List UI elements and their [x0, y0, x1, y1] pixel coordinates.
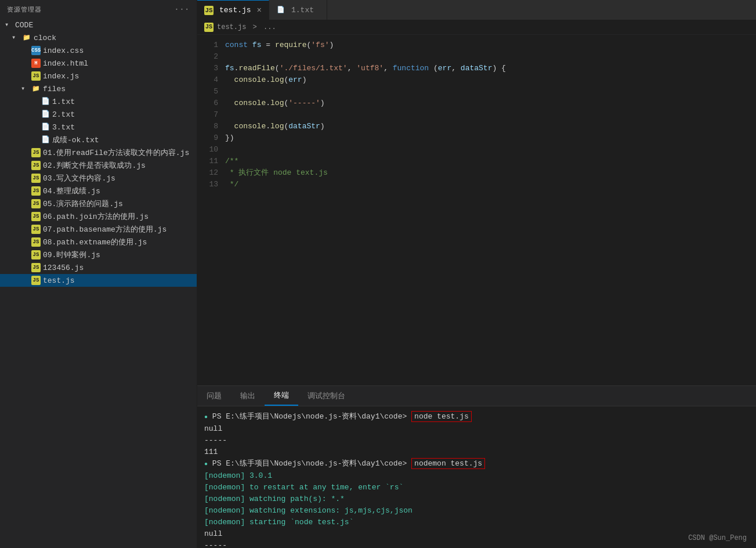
- sidebar-item-04[interactable]: JS 04.整理成绩.js: [0, 185, 197, 197]
- terminal-path-2: PS E:\练手项目\Nodejs\node.js-资料\day1\code>: [212, 459, 411, 468]
- sidebar-item-files[interactable]: 📁 files: [0, 82, 197, 95]
- footer-credit: CSDN @Sun_Peng: [688, 534, 747, 542]
- tab-terminal[interactable]: 终端: [265, 386, 298, 406]
- close-tab-button[interactable]: ×: [257, 6, 262, 15]
- code-content[interactable]: const fs = require('fs') fs.readFile('./…: [225, 39, 756, 381]
- terminal-out-111-1: 111: [204, 446, 749, 458]
- html-icon: H: [31, 59, 41, 68]
- js-icon: JS: [31, 71, 41, 81]
- line-numbers: 1 2 3 4 5 6 7 8 9 10 11 12 13: [197, 39, 225, 381]
- js-icon: JS: [31, 161, 41, 170]
- code-line-8: console.log(dataStr): [225, 121, 744, 132]
- chevron-down-icon: [12, 33, 21, 42]
- tab-test-js[interactable]: JS test.js ×: [197, 0, 269, 20]
- sidebar-item-06[interactable]: JS 06.path.join方法的使用.js: [0, 210, 197, 223]
- tab-1txt[interactable]: 📄 1.txt: [269, 0, 327, 20]
- file01-label: 01.使用readFile方法读取文件的内容.js: [43, 147, 189, 158]
- test-js-label: test.js: [43, 276, 75, 285]
- sidebar-item-clock[interactable]: 📁 clock: [0, 31, 197, 44]
- tab-output[interactable]: 输出: [231, 386, 265, 406]
- code-line-7: [225, 109, 744, 121]
- tab-debug-console[interactable]: 调试控制台: [298, 386, 355, 406]
- breadcrumb: JS test.js > ...: [197, 20, 756, 35]
- sidebar-item-3txt[interactable]: 📄 3.txt: [0, 121, 197, 134]
- file06-label: 06.path.join方法的使用.js: [43, 211, 149, 222]
- 3txt-label: 3.txt: [52, 123, 75, 132]
- js-icon: JS: [31, 199, 41, 208]
- css-icon: CSS: [31, 46, 41, 55]
- clock-folder-label: clock: [34, 34, 56, 42]
- sidebar-section-label: CODE: [15, 21, 33, 30]
- txt-tab-icon: 📄: [276, 5, 285, 15]
- code-line-6: console.log('-----'): [225, 98, 744, 109]
- code-line-2: [225, 51, 744, 63]
- terminal-content[interactable]: ● PS E:\练手项目\Nodejs\node.js-资料\day1\code…: [197, 406, 756, 548]
- txt-icon: 📄: [41, 97, 50, 106]
- folder-icon: 📁: [31, 84, 41, 93]
- file02-label: 02.判断文件是否读取成功.js: [43, 160, 146, 171]
- code-line-9: }): [225, 132, 744, 144]
- cjtxt-label: 成绩-ok.txt: [52, 135, 99, 145]
- js-icon: JS: [31, 174, 41, 183]
- sidebar-item-code-section[interactable]: CODE: [0, 19, 197, 31]
- terminal-nodemon-restart: [nodemon] to restart at any time, enter …: [204, 482, 749, 493]
- file04-label: 04.整理成绩.js: [43, 186, 100, 196]
- code-line-10: [225, 144, 744, 156]
- code-line-5: [225, 86, 744, 98]
- sidebar-item-2txt[interactable]: 📄 2.txt: [0, 108, 197, 121]
- terminal-path-1: PS E:\练手项目\Nodejs\node.js-资料\day1\code>: [212, 412, 411, 421]
- sidebar-item-03[interactable]: JS 03.写入文件内容.js: [0, 172, 197, 185]
- panel: 问题 输出 终端 调试控制台 ● PS E:\练手项目\Nodejs\node.…: [197, 385, 756, 548]
- sidebar-item-1txt[interactable]: 📄 1.txt: [0, 95, 197, 108]
- line-num-4: 4: [204, 74, 218, 86]
- sidebar-item-02[interactable]: JS 02.判断文件是否读取成功.js: [0, 159, 197, 172]
- line-num-8: 8: [204, 121, 218, 132]
- tab-1txt-label: 1.txt: [291, 6, 314, 15]
- line-num-10: 10: [204, 144, 218, 156]
- sidebar-dots[interactable]: ···: [174, 5, 190, 14]
- terminal-nodemon-watch-path: [nodemon] watching path(s): *.*: [204, 493, 749, 505]
- terminal-cmd-1: node test.js: [411, 411, 472, 422]
- line-num-11: 11: [204, 156, 218, 167]
- line-num-13: 13: [204, 179, 218, 190]
- terminal-nodemon-watch-ext: [nodemon] watching extensions: js,mjs,cj…: [204, 505, 749, 517]
- breadcrumb-dots: ...: [263, 23, 276, 31]
- file05-label: 05.演示路径的问题.js: [43, 199, 123, 209]
- js-icon: JS: [31, 212, 41, 221]
- js-icon: JS: [31, 148, 41, 157]
- line-num-3: 3: [204, 63, 218, 74]
- tab-problems[interactable]: 问题: [197, 386, 231, 406]
- line-num-12: 12: [204, 167, 218, 179]
- sidebar-item-index-js[interactable]: JS index.js: [0, 70, 197, 82]
- file08-label: 08.path.extname的使用.js: [43, 237, 147, 247]
- chevron-down-icon: [5, 20, 14, 30]
- sidebar-item-index-html[interactable]: H index.html: [0, 57, 197, 70]
- sidebar-item-09[interactable]: JS 09.时钟案例.js: [0, 248, 197, 261]
- terminal-nodemon-starting: [nodemon] starting `node test.js`: [204, 517, 749, 528]
- index-js-label: index.js: [43, 72, 79, 81]
- txt-icon: 📄: [41, 135, 50, 145]
- sidebar-item-index-css[interactable]: CSS index.css: [0, 44, 197, 57]
- sidebar-item-01[interactable]: JS 01.使用readFile方法读取文件的内容.js: [0, 146, 197, 159]
- js-icon: JS: [31, 186, 41, 196]
- file10-label: 123456.js: [43, 264, 84, 272]
- sidebar-item-08[interactable]: JS 08.path.extname的使用.js: [0, 236, 197, 248]
- sidebar-item-05[interactable]: JS 05.演示路径的问题.js: [0, 197, 197, 210]
- line-num-5: 5: [204, 86, 218, 98]
- js-icon: JS: [31, 263, 41, 272]
- index-css-label: index.css: [43, 46, 84, 55]
- txt-icon: 📄: [41, 122, 50, 132]
- chevron-down-icon: [21, 84, 30, 93]
- sidebar-item-123456[interactable]: JS 123456.js: [0, 261, 197, 274]
- sidebar-item-test-js[interactable]: JS test.js: [0, 274, 197, 287]
- terminal-bullet-2: ●: [204, 461, 208, 467]
- code-editor[interactable]: 1 2 3 4 5 6 7 8 9 10 11 12 13 const fs =…: [197, 35, 756, 385]
- tab-test-js-label: test.js: [219, 6, 251, 15]
- sidebar-item-cjtxt[interactable]: 📄 成绩-ok.txt: [0, 134, 197, 146]
- sidebar-item-07[interactable]: JS 07.path.basename方法的使用.js: [0, 223, 197, 236]
- js-icon: JS: [31, 225, 41, 234]
- breadcrumb-sep: >: [248, 23, 261, 31]
- sidebar: 资源管理器 ··· CODE 📁 clock CSS index.css H i…: [0, 0, 197, 548]
- js-icon: JS: [31, 237, 41, 247]
- code-line-4: console.log(err): [225, 74, 744, 86]
